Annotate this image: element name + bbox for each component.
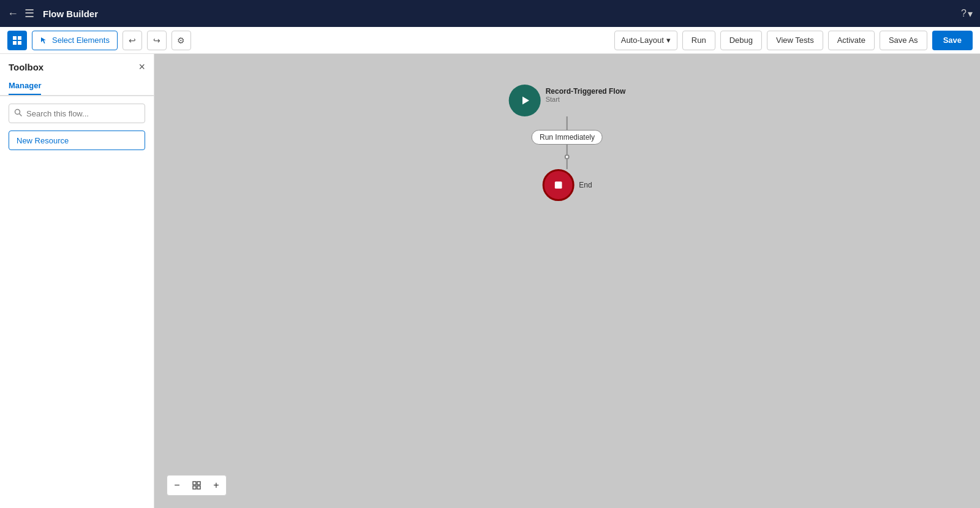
end-node-row: End <box>542 169 592 201</box>
play-icon <box>518 94 532 107</box>
search-icon <box>14 108 23 119</box>
svg-rect-1 <box>18 36 21 40</box>
auto-layout-dropdown-icon: ▾ <box>666 36 671 45</box>
view-tests-label: View Tests <box>776 36 814 45</box>
run-button[interactable]: Run <box>682 31 715 50</box>
svg-rect-0 <box>13 36 17 40</box>
toolbox-toggle-button[interactable] <box>7 31 27 50</box>
zoom-fit-icon <box>192 481 201 490</box>
auto-layout-button[interactable]: Auto-Layout ▾ <box>614 31 677 50</box>
back-arrow-icon: ← <box>7 7 18 20</box>
help-dropdown-icon: ▾ <box>968 8 973 20</box>
auto-layout-label: Auto-Layout <box>621 36 664 45</box>
save-button[interactable]: Save <box>932 31 973 50</box>
svg-rect-7 <box>554 181 562 189</box>
svg-rect-3 <box>18 41 21 45</box>
select-elements-label: Select Elements <box>52 36 110 45</box>
grid-icon <box>12 36 22 45</box>
undo-button[interactable]: ↩ <box>123 31 142 50</box>
connector-dot <box>565 154 570 159</box>
canvas-area[interactable]: Record-Triggered Flow Start Run Immediat… <box>154 54 980 508</box>
svg-line-5 <box>20 113 22 116</box>
zoom-controls: − + <box>167 475 227 496</box>
pill-to-end-connector-bottom <box>567 159 568 169</box>
svg-rect-11 <box>197 486 200 489</box>
select-elements-button[interactable]: Select Elements <box>32 31 118 50</box>
back-button[interactable]: ← <box>7 7 18 20</box>
search-input[interactable] <box>26 109 140 118</box>
zoom-in-icon: + <box>213 480 219 491</box>
toolbox-search-container <box>9 104 145 123</box>
start-node-title: Record-Triggered Flow <box>546 87 626 96</box>
svg-rect-8 <box>193 482 196 485</box>
start-node-subtitle: Start <box>546 96 626 103</box>
flow-diagram: Record-Triggered Flow Start Run Immediat… <box>509 85 626 201</box>
activate-button[interactable]: Activate <box>828 31 875 50</box>
tab-manager[interactable]: Manager <box>9 77 41 95</box>
stop-icon <box>552 179 564 191</box>
pill-to-end-connector-top <box>567 145 568 154</box>
top-nav-right: ? ▾ <box>961 8 973 20</box>
svg-rect-10 <box>193 486 196 489</box>
help-button[interactable]: ? ▾ <box>961 8 973 20</box>
new-resource-label: New Resource <box>17 136 69 145</box>
hamburger-icon: ☰ <box>24 7 34 20</box>
debug-button[interactable]: Debug <box>720 31 762 50</box>
zoom-out-button[interactable]: − <box>168 477 186 494</box>
top-nav-bar: ← ☰ Flow Builder ? ▾ <box>0 0 980 27</box>
settings-button[interactable]: ⚙ <box>172 31 191 50</box>
close-icon: × <box>138 61 145 73</box>
save-as-button[interactable]: Save As <box>880 31 927 50</box>
save-label: Save <box>943 36 962 45</box>
zoom-out-icon: − <box>174 480 179 491</box>
cursor-icon <box>40 36 48 45</box>
start-node-text: Record-Triggered Flow Start <box>546 87 626 103</box>
view-tests-button[interactable]: View Tests <box>767 31 823 50</box>
start-node[interactable] <box>509 85 541 116</box>
end-node[interactable] <box>542 169 574 201</box>
run-immediately-pill[interactable]: Run Immediately <box>532 130 603 145</box>
tab-manager-label: Manager <box>9 81 41 90</box>
settings-icon: ⚙ <box>177 36 185 45</box>
new-resource-button[interactable]: New Resource <box>9 131 145 150</box>
run-immediately-label: Run Immediately <box>540 133 595 142</box>
zoom-in-button[interactable]: + <box>208 477 225 494</box>
toolbox-tabs: Manager <box>0 77 154 96</box>
undo-icon: ↩ <box>129 36 136 45</box>
save-as-label: Save As <box>889 36 918 45</box>
svg-rect-2 <box>13 41 17 45</box>
help-icon: ? <box>961 8 967 19</box>
toolbox-header: Toolbox × <box>0 54 154 77</box>
redo-icon: ↪ <box>153 36 160 45</box>
svg-rect-9 <box>197 482 200 485</box>
redo-button[interactable]: ↪ <box>147 31 167 50</box>
toolbox-close-button[interactable]: × <box>138 61 145 72</box>
start-node-wrapper: Record-Triggered Flow Start <box>509 85 626 116</box>
activate-label: Activate <box>837 36 865 45</box>
toolbar-left: Select Elements ↩ ↪ ⚙ <box>7 31 191 50</box>
zoom-fit-button[interactable] <box>188 477 205 494</box>
app-title: Flow Builder <box>43 9 98 19</box>
run-label: Run <box>692 36 706 45</box>
end-node-label: End <box>579 181 592 189</box>
svg-marker-6 <box>522 97 529 105</box>
toolbox-title: Toolbox <box>9 62 43 72</box>
toolbox-panel: Toolbox × Manager New Resource <box>0 54 154 508</box>
toolbar: Select Elements ↩ ↪ ⚙ Auto-Layout ▾ Run … <box>0 27 980 54</box>
start-to-pill-connector <box>567 116 568 130</box>
debug-label: Debug <box>729 36 753 45</box>
toolbar-right: Auto-Layout ▾ Run Debug View Tests Activ… <box>614 31 973 50</box>
main-layout: Toolbox × Manager New Resource <box>0 54 980 508</box>
